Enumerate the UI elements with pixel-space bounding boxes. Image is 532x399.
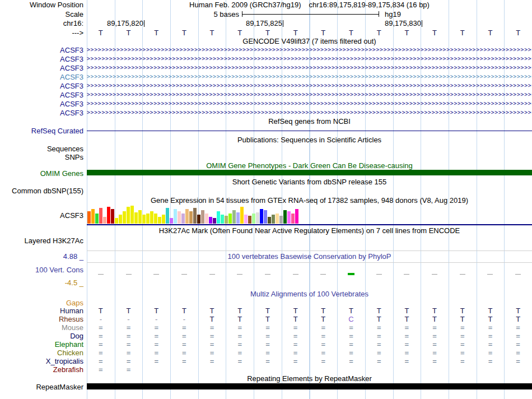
gtex-tissue-bar [115, 218, 118, 224]
repeatmasker-title-row: Repeating Elements by RepeatMasker [0, 374, 532, 383]
gene-row[interactable]: ACSF3 >>>>>>>>>>>>>>>>>>>>>>>>>>>>>>>>>>… [0, 108, 532, 117]
alignment-base: = [365, 357, 393, 365]
alignment-base: - [115, 315, 143, 323]
species-label-dog[interactable]: Dog [0, 332, 87, 340]
alignment-base: T [504, 315, 532, 323]
dna-base: T [337, 28, 365, 37]
snps-label[interactable]: SNPs [0, 153, 87, 161]
alignment-base: = [226, 357, 254, 365]
species-label-chicken[interactable]: Chicken [0, 349, 87, 357]
gene-label[interactable]: ACSF3 [0, 45, 87, 54]
gene-row[interactable]: ACSF3 >>>>>>>>>>>>>>>>>>>>>>>>>>>>>>>>>>… [0, 72, 532, 81]
repeatmasker-track: RepeatMasker [0, 383, 532, 391]
position-range: chr16:89,175,819-89,175,834 (16 bp) [309, 1, 430, 9]
omim-genes-label[interactable]: OMIM Genes [0, 169, 87, 177]
gene-label[interactable]: ACSF3 [0, 99, 87, 108]
gene-row[interactable]: ACSF3 >>>>>>>>>>>>>>>>>>>>>>>>>>>>>>>>>>… [0, 90, 532, 99]
gtex-tissue-bar [209, 217, 212, 224]
gtex-gene-label[interactable]: ACSF3 [0, 205, 87, 225]
gene-row[interactable]: ACSF3 >>>>>>>>>>>>>>>>>>>>>>>>>>>>>>>>>>… [0, 81, 532, 90]
refseq-curated-label[interactable]: RefSeq Curated [0, 126, 87, 136]
alignment-base: = [198, 349, 226, 357]
scale-bar-line [242, 14, 379, 15]
gtex-tissue-bar [276, 214, 279, 224]
refseq-curated-track: RefSeq Curated [0, 126, 532, 136]
phylop-upper-limit-line [87, 262, 532, 263]
omim-gene-bar[interactable] [87, 170, 532, 175]
gene-label[interactable]: ACSF3 [0, 108, 87, 117]
alignment-base: = [449, 340, 477, 349]
dbsnp-track-title[interactable]: Short Genetic Variants from dbSNP releas… [87, 177, 532, 186]
dna-base: T [504, 28, 532, 37]
h3k27ac-label[interactable]: Layered H3K27Ac [0, 235, 87, 251]
refseq-track-title[interactable]: RefSeq genes from NCBI [87, 117, 532, 126]
gencode-track-title[interactable]: GENCODE V49lift37 (7 items filtered out) [87, 37, 532, 45]
alignment-base: = [254, 357, 282, 365]
repeatmasker-label[interactable]: RepeatMasker [0, 383, 87, 391]
alignment-base: = [198, 323, 226, 332]
alignment-base: T [198, 315, 226, 323]
species-row-x-tropicalis: X_tropicalis ================ [0, 357, 532, 365]
species-label-mouse[interactable]: Mouse [0, 323, 87, 332]
gene-label[interactable]: ACSF3 [0, 90, 87, 99]
phylop-track-label[interactable]: 100 Vert. Cons [35, 266, 83, 274]
gene-row[interactable]: ACSF3 >>>>>>>>>>>>>>>>>>>>>>>>>>>>>>>>>>… [0, 45, 532, 54]
gtex-tissue-bar [142, 215, 146, 224]
species-label-zebrafish[interactable]: Zebrafish [0, 365, 87, 374]
gene-label[interactable]: ACSF3 [0, 72, 87, 81]
gene-row[interactable]: ACSF3 >>>>>>>>>>>>>>>>>>>>>>>>>>>>>>>>>>… [0, 99, 532, 108]
gene-label[interactable]: ACSF3 [0, 81, 87, 90]
dna-base: T [87, 28, 115, 37]
species-label-rhesus[interactable]: Rhesus [0, 315, 87, 323]
gene-label[interactable]: ACSF3 [0, 63, 87, 72]
gtex-tissue-bar [154, 214, 157, 224]
h3k27ac-track-title[interactable]: H3K27Ac Mark (Often Found Near Active Re… [87, 225, 532, 235]
publications-track-title[interactable]: Publications: Sequences in Scientific Ar… [87, 136, 532, 144]
gtex-track-title[interactable]: Gene Expression in 54 tissues from GTEx … [87, 195, 532, 205]
alignment-base: = [115, 332, 143, 340]
gene-arrow-line: >>>>>>>>>>>>>>>>>>>>>>>>>>>>>>>>>>>>>>>>… [87, 65, 532, 71]
chromosome-label: chr16: [0, 18, 87, 28]
alignment-base: = [282, 349, 310, 357]
gtex-tissue-bar [158, 217, 161, 224]
refseq-curated-line[interactable] [87, 131, 532, 131]
multiz-track-title[interactable]: Multiz Alignments of 100 Vertebrates [87, 289, 532, 299]
alignment-base: = [310, 332, 338, 340]
dna-base: T [254, 28, 282, 37]
species-label-human[interactable]: Human [0, 307, 87, 315]
species-label-x-tropicalis[interactable]: X_tropicalis [0, 357, 87, 365]
alignment-base: = [87, 365, 115, 374]
conservation-tick [126, 274, 132, 275]
gene-label[interactable]: ACSF3 [0, 54, 87, 63]
species-label-elephant[interactable]: Elephant [0, 340, 87, 349]
alignment-base: = [254, 332, 282, 340]
alignment-base: T [310, 315, 338, 323]
alignment-base: = [421, 332, 449, 340]
phylop-track-title[interactable]: 100 vertebrates Basewise Conservation by… [87, 251, 532, 261]
coordinate-ruler: 89,175,820 89,175,825 89,175,830 [87, 18, 532, 28]
gene-row[interactable]: ACSF3 >>>>>>>>>>>>>>>>>>>>>>>>>>>>>>>>>>… [0, 54, 532, 63]
alignment-base: = [142, 332, 170, 340]
alignment-base: = [198, 340, 226, 349]
sequences-label[interactable]: Sequences [0, 144, 87, 153]
alignment-base [365, 365, 393, 374]
repeatmasker-track-title[interactable]: Repeating Elements by RepeatMasker [87, 374, 532, 383]
conservation-tick [404, 274, 409, 275]
gene-row[interactable]: ACSF3 >>>>>>>>>>>>>>>>>>>>>>>>>>>>>>>>>>… [0, 63, 532, 72]
scale-bar [242, 11, 379, 17]
alignment-row-zebrafish: == [87, 365, 532, 374]
gtex-tissue-bar [91, 209, 95, 224]
alignment-base: = [87, 357, 115, 365]
alignment-base: = [170, 323, 198, 332]
species-row-elephant: Elephant ================ [0, 340, 532, 349]
gtex-barchart[interactable] [87, 206, 298, 224]
gtex-tissue-bar [138, 210, 142, 224]
gtex-tissue-bar [279, 216, 283, 224]
gene-arrow-line: >>>>>>>>>>>>>>>>>>>>>>>>>>>>>>>>>>>>>>>>… [87, 56, 532, 62]
alignment-base: = [142, 349, 170, 357]
omim-track-title[interactable]: OMIM Gene Phenotypes - Dark Green Can Be… [87, 161, 532, 169]
window-position-label: Window Position [0, 0, 87, 10]
species-label-gaps[interactable]: Gaps [0, 299, 87, 307]
repeatmasker-element-bar[interactable] [87, 383, 532, 389]
dbsnp-label[interactable]: Common dbSNP(155) [0, 186, 87, 195]
